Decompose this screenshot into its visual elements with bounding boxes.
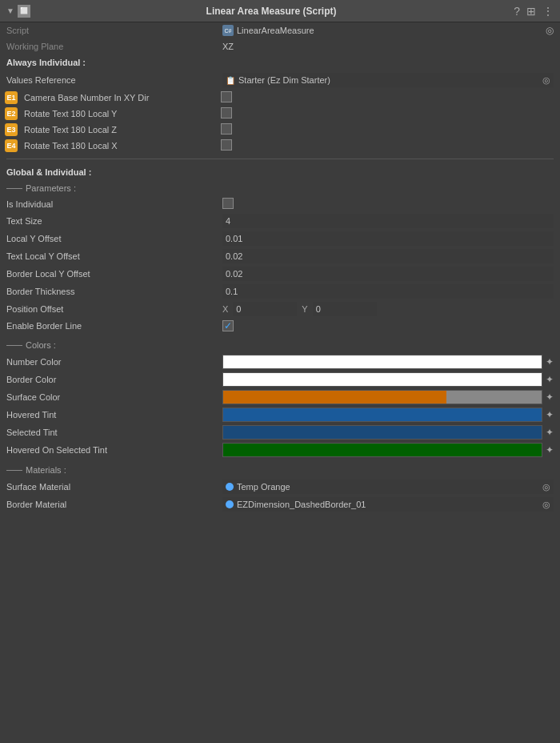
overflow-icon[interactable]: ⋮	[542, 5, 554, 18]
number-color-row: Number Color ✦	[0, 353, 560, 371]
component-icon: ⬜	[18, 5, 30, 18]
rotate-y-label: E2 Rotate Text 180 Local Y	[5, 107, 221, 120]
values-reference-label: Values Reference	[6, 75, 222, 85]
parameters-label: Parameters :	[26, 183, 76, 193]
selected-tint-swatch[interactable]	[222, 425, 542, 440]
layout-icon[interactable]: ⊞	[526, 5, 536, 18]
rotate-z-text: Rotate Text 180 Local Z	[24, 125, 117, 135]
global-individual-header: Global & Individual :	[0, 164, 560, 180]
number-color-label: Number Color	[6, 357, 222, 367]
border-thickness-input[interactable]	[222, 284, 554, 299]
is-individual-value[interactable]	[222, 198, 554, 211]
hovered-tint-value: ✦	[222, 408, 554, 422]
border-material-row: Border Material EZDimension_DashedBorder…	[0, 496, 560, 513]
parameters-line-left	[6, 188, 22, 189]
rotate-x-row: E4 Rotate Text 180 Local X	[0, 138, 560, 154]
rotate-z-checkbox[interactable]	[221, 123, 232, 135]
border-local-y-offset-value[interactable]	[222, 267, 554, 281]
values-ref-circle[interactable]: ◎	[542, 75, 550, 86]
parameters-header: Parameters :	[0, 180, 560, 196]
enable-border-line-value[interactable]: ✓	[222, 320, 554, 331]
selected-tint-picker-icon[interactable]: ✦	[546, 427, 554, 438]
position-offset-y-input[interactable]	[313, 302, 377, 316]
border-material-name: EZDimension_DashedBorder_01	[226, 500, 366, 509]
camera-base-checkbox[interactable]	[221, 91, 232, 102]
border-material-circle[interactable]: ◎	[542, 500, 550, 510]
border-material-value[interactable]: EZDimension_DashedBorder_01 ◎	[222, 497, 554, 512]
script-circle-icon[interactable]: ◎	[546, 25, 554, 36]
surface-material-name: Temp Orange	[226, 482, 290, 492]
colors-line-left	[6, 345, 22, 346]
position-offset-row: Position Offset X Y	[0, 300, 560, 318]
surface-material-icon	[226, 483, 234, 491]
surface-material-circle[interactable]: ◎	[542, 482, 550, 492]
border-color-swatch[interactable]	[222, 372, 542, 387]
local-y-offset-input[interactable]	[222, 231, 554, 246]
materials-line-left	[6, 470, 22, 471]
y-label: Y	[302, 304, 307, 314]
e2-badge: E2	[5, 107, 18, 120]
surface-color-picker-icon[interactable]: ✦	[546, 392, 554, 403]
inspector-header: ▼ ⬜ Linear Area Measure (Script) ? ⊞ ⋮	[0, 0, 560, 22]
border-color-picker-icon[interactable]: ✦	[546, 374, 554, 385]
end-spacer	[0, 513, 560, 529]
values-reference-row: Values Reference 📋 Starter (Ez Dim Start…	[0, 70, 560, 90]
e4-badge: E4	[5, 139, 18, 152]
working-plane-value: XZ	[222, 42, 554, 51]
border-material-icon	[226, 500, 234, 508]
border-color-value: ✦	[222, 372, 554, 387]
border-color-row: Border Color ✦	[0, 371, 560, 388]
hovered-on-selected-tint-picker-icon[interactable]: ✦	[546, 444, 554, 456]
camera-base-value[interactable]	[221, 91, 554, 104]
border-local-y-offset-input[interactable]	[222, 267, 554, 281]
border-local-y-offset-row: Border Local Y Offset	[0, 265, 560, 283]
rotate-y-row: E2 Rotate Text 180 Local Y	[0, 106, 560, 122]
selected-tint-value: ✦	[222, 425, 554, 440]
is-individual-checkbox[interactable]	[222, 198, 234, 209]
border-thickness-value[interactable]	[222, 284, 554, 299]
text-local-y-offset-value[interactable]	[222, 249, 554, 263]
surface-material-value[interactable]: Temp Orange ◎	[222, 480, 554, 494]
local-y-offset-row: Local Y Offset	[0, 230, 560, 247]
text-local-y-offset-row: Text Local Y Offset	[0, 247, 560, 265]
help-icon[interactable]: ?	[514, 5, 520, 18]
values-ref-text: Starter (Ez Dim Starter)	[238, 75, 539, 85]
text-size-value[interactable]	[222, 214, 554, 228]
text-local-y-offset-label: Text Local Y Offset	[6, 251, 222, 261]
script-filename: LinearAreaMeasure	[237, 26, 542, 35]
rotate-y-checkbox[interactable]	[221, 107, 232, 118]
rotate-y-value[interactable]	[221, 107, 554, 120]
materials-header: Materials :	[0, 462, 560, 478]
surface-color-swatch[interactable]	[222, 390, 542, 404]
enable-border-line-checkbox[interactable]: ✓	[222, 320, 234, 331]
text-size-input[interactable]	[222, 214, 554, 228]
rotate-z-row: E3 Rotate Text 180 Local Z	[0, 122, 560, 138]
script-label: Script	[6, 26, 222, 35]
hovered-tint-row: Hovered Tint ✦	[0, 406, 560, 424]
collapse-icon[interactable]: ▼	[6, 6, 14, 15]
script-icon: C#	[222, 25, 234, 36]
number-color-swatch[interactable]	[222, 355, 542, 369]
position-offset-x-input[interactable]	[233, 302, 297, 316]
hovered-tint-picker-icon[interactable]: ✦	[546, 409, 554, 420]
number-color-picker-icon[interactable]: ✦	[546, 356, 554, 367]
rotate-z-label: E3 Rotate Text 180 Local Z	[5, 123, 221, 136]
divider-1	[6, 159, 554, 159]
is-individual-row: Is Individual	[0, 196, 560, 212]
text-local-y-offset-input[interactable]	[222, 249, 554, 263]
rotate-z-value[interactable]	[221, 123, 554, 136]
script-value: C# LinearAreaMeasure ◎	[222, 25, 554, 36]
hovered-tint-swatch[interactable]	[222, 408, 542, 422]
values-reference-value[interactable]: 📋 Starter (Ez Dim Starter) ◎	[222, 73, 554, 87]
border-color-label: Border Color	[6, 375, 222, 384]
text-size-label: Text Size	[6, 216, 222, 226]
surface-color-row: Surface Color ✦	[0, 388, 560, 406]
rotate-x-checkbox[interactable]	[221, 139, 232, 151]
header-title: Linear Area Measure (Script)	[35, 6, 507, 17]
rotate-x-value[interactable]	[221, 139, 554, 152]
local-y-offset-value[interactable]	[222, 231, 554, 246]
border-material-text: EZDimension_DashedBorder_01	[237, 500, 366, 509]
rotate-y-text: Rotate Text 180 Local Y	[24, 109, 117, 118]
hovered-on-selected-tint-swatch[interactable]	[222, 443, 542, 457]
camera-base-text: Camera Base Number In XY Dir	[24, 93, 149, 102]
